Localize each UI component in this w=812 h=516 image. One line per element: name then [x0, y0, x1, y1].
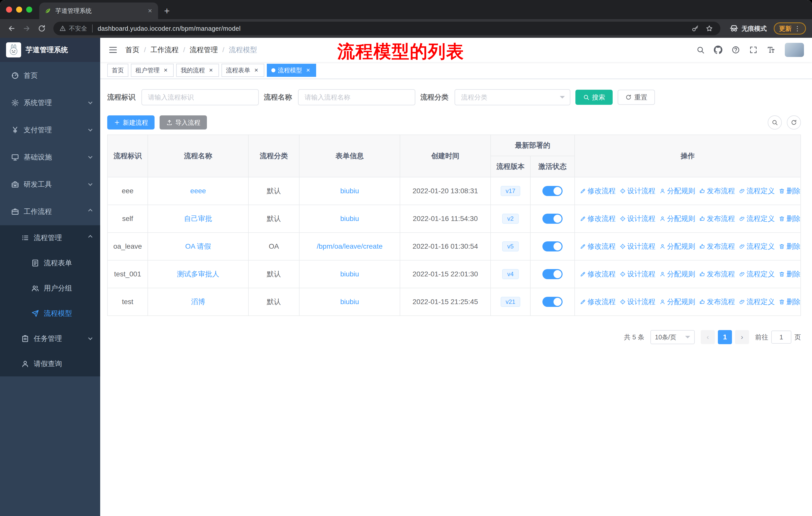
sidebar-item-process-model[interactable]: 流程模型: [0, 301, 100, 326]
forward-button[interactable]: [19, 21, 34, 35]
tag-process-model[interactable]: 流程模型×: [267, 64, 316, 77]
sidebar-item-workflow[interactable]: 工作流程: [0, 198, 100, 225]
sidebar-item-devtools[interactable]: 研发工具: [0, 171, 100, 198]
sidebar-item-system[interactable]: 系统管理: [0, 89, 100, 116]
close-icon[interactable]: ×: [304, 67, 312, 74]
action-assign[interactable]: 分配规则: [660, 242, 695, 251]
sidebar-item-infra[interactable]: 基础设施: [0, 144, 100, 171]
process-name-link[interactable]: 自己审批: [184, 215, 212, 222]
sidebar-item-task-manage[interactable]: 任务管理: [0, 326, 100, 351]
action-delete[interactable]: 删除: [779, 242, 801, 251]
sidebar-toggle-button[interactable]: [108, 45, 118, 55]
action-edit[interactable]: 修改流程: [580, 214, 616, 223]
import-process-button[interactable]: 导入流程: [160, 115, 207, 130]
action-publish[interactable]: 发布流程: [699, 214, 735, 223]
user-avatar[interactable]: [785, 43, 804, 57]
sidebar-item-leave-query[interactable]: 请假查询: [0, 351, 100, 376]
form-info-link[interactable]: /bpm/oa/leave/create: [317, 242, 383, 250]
process-name-link[interactable]: 滔博: [191, 298, 205, 306]
form-info-link[interactable]: biubiu: [340, 298, 359, 306]
form-info-link[interactable]: biubiu: [340, 215, 359, 222]
prev-page-button[interactable]: ‹: [701, 330, 715, 344]
action-edit[interactable]: 修改流程: [580, 242, 616, 251]
close-icon[interactable]: ×: [162, 67, 169, 74]
action-design[interactable]: 设计流程: [620, 214, 656, 223]
next-page-button[interactable]: ›: [735, 330, 749, 344]
action-edit[interactable]: 修改流程: [580, 297, 616, 307]
action-publish[interactable]: 发布流程: [699, 186, 735, 196]
back-button[interactable]: [4, 21, 19, 35]
action-delete[interactable]: 删除: [779, 186, 801, 196]
action-edit[interactable]: 修改流程: [580, 186, 616, 196]
sidebar-item-process-form[interactable]: 流程表单: [0, 250, 100, 276]
action-design[interactable]: 设计流程: [620, 242, 656, 251]
action-publish[interactable]: 发布流程: [699, 269, 735, 279]
action-publish[interactable]: 发布流程: [699, 297, 735, 307]
close-window-button[interactable]: [6, 6, 12, 12]
browser-tab[interactable]: 芋道管理系统 ×: [39, 2, 158, 19]
breadcrumb-item[interactable]: 流程管理: [190, 45, 218, 55]
process-key-input[interactable]: [141, 89, 259, 105]
action-definition[interactable]: 流程定义: [739, 242, 775, 251]
zoom-window-button[interactable]: [26, 6, 32, 12]
tag-my-process[interactable]: 我的流程×: [176, 64, 219, 77]
reset-button[interactable]: 重置: [618, 90, 655, 105]
font-size-button[interactable]: [763, 41, 779, 58]
action-definition[interactable]: 流程定义: [739, 214, 775, 223]
action-design[interactable]: 设计流程: [620, 186, 656, 196]
bookmark-button[interactable]: [702, 25, 716, 32]
action-definition[interactable]: 流程定义: [739, 269, 775, 279]
process-name-link[interactable]: 测试多审批人: [177, 270, 219, 278]
action-assign[interactable]: 分配规则: [660, 214, 695, 223]
action-design[interactable]: 设计流程: [620, 297, 656, 307]
close-icon[interactable]: ×: [253, 67, 260, 74]
action-definition[interactable]: 流程定义: [739, 297, 775, 307]
active-toggle[interactable]: [543, 269, 562, 279]
toggle-search-button[interactable]: [768, 115, 782, 130]
create-process-button[interactable]: 新建流程: [107, 115, 154, 130]
action-delete[interactable]: 删除: [779, 214, 801, 223]
minimize-window-button[interactable]: [16, 6, 22, 12]
address-bar[interactable]: 不安全 dashboard.yudao.iocoder.cn/bpm/manag…: [53, 22, 720, 35]
sidebar-item-home[interactable]: 首页: [0, 62, 100, 89]
tag-home[interactable]: 首页: [107, 64, 128, 77]
action-edit[interactable]: 修改流程: [580, 269, 616, 279]
action-assign[interactable]: 分配规则: [660, 269, 695, 279]
action-delete[interactable]: 删除: [779, 269, 801, 279]
action-assign[interactable]: 分配规则: [660, 186, 695, 196]
help-button[interactable]: [728, 41, 744, 58]
kebab-menu-icon[interactable]: ⋮: [794, 25, 801, 32]
password-key-button[interactable]: [688, 25, 702, 32]
sidebar-item-user-group[interactable]: 用户分组: [0, 276, 100, 301]
active-toggle[interactable]: [543, 241, 562, 251]
goto-page-input[interactable]: [771, 331, 791, 344]
process-name-input[interactable]: [298, 89, 415, 105]
active-toggle[interactable]: [543, 214, 562, 224]
action-design[interactable]: 设计流程: [620, 269, 656, 279]
process-name-link[interactable]: OA 请假: [185, 242, 211, 250]
security-chip[interactable]: 不安全: [59, 24, 93, 32]
sidebar-item-payment[interactable]: 支付管理: [0, 116, 100, 144]
tag-process-form[interactable]: 流程表单×: [222, 64, 264, 77]
form-info-link[interactable]: biubiu: [340, 270, 359, 278]
action-definition[interactable]: 流程定义: [739, 186, 775, 196]
page-size-select[interactable]: 10条/页: [650, 330, 695, 344]
fullscreen-button[interactable]: [746, 41, 761, 58]
form-info-link[interactable]: biubiu: [340, 187, 359, 195]
active-toggle[interactable]: [543, 297, 562, 307]
reload-button[interactable]: [34, 21, 49, 35]
github-button[interactable]: [710, 41, 726, 58]
update-browser-button[interactable]: 更新 ⋮: [774, 22, 806, 34]
breadcrumb-item[interactable]: 首页: [125, 45, 140, 55]
new-tab-button[interactable]: +: [164, 6, 170, 16]
action-delete[interactable]: 删除: [779, 297, 801, 307]
header-search-button[interactable]: [693, 41, 708, 58]
active-toggle[interactable]: [543, 186, 562, 196]
sidebar-item-process-manage[interactable]: 流程管理: [0, 225, 100, 250]
search-button[interactable]: 搜索: [575, 90, 613, 105]
close-tab-icon[interactable]: ×: [147, 7, 153, 15]
breadcrumb-item[interactable]: 工作流程: [150, 45, 179, 55]
category-select[interactable]: 流程分类: [455, 89, 570, 105]
process-name-link[interactable]: eeee: [190, 187, 206, 195]
refresh-table-button[interactable]: [787, 115, 801, 130]
